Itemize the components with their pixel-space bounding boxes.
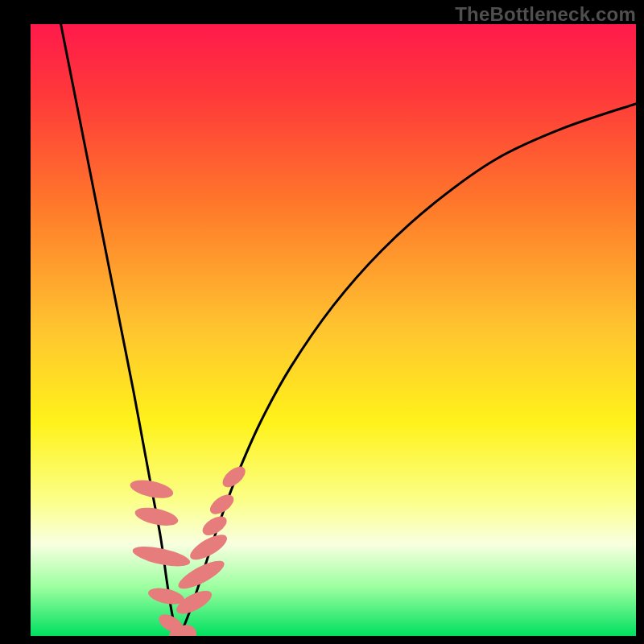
watermark-text: TheBottleneck.com: [455, 3, 636, 26]
highlight-beads-6: [177, 625, 196, 642]
chart-frame: TheBottleneck.com: [0, 0, 644, 644]
bottleneck-plot: [0, 0, 644, 644]
